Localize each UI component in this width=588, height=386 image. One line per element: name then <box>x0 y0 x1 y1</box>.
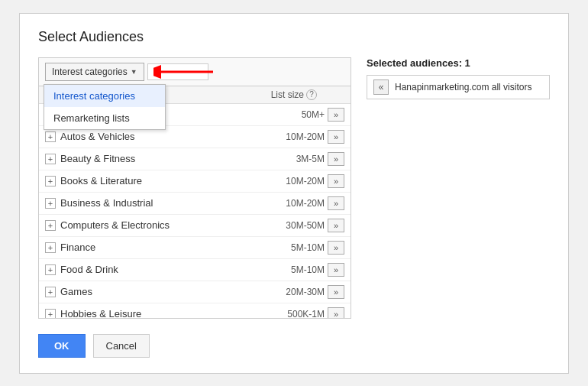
menu-item-interest[interactable]: Interest categories <box>44 85 165 107</box>
cancel-button[interactable]: Cancel <box>93 334 150 358</box>
help-icon[interactable]: ? <box>306 89 317 100</box>
dropdown-arrow-icon: ▼ <box>131 68 137 76</box>
category-size: 20M-30M <box>267 287 328 297</box>
category-name: Computers & Electronics <box>60 219 267 231</box>
expand-icon[interactable]: + <box>45 176 56 187</box>
menu-item-remarketing[interactable]: Remarketing lists <box>44 107 165 129</box>
selected-item: « Hanapinmarketing.com all visitors <box>367 75 550 99</box>
category-name: Beauty & Fitness <box>60 153 267 164</box>
category-name: Hobbies & Leisure <box>60 308 267 318</box>
ok-button[interactable]: OK <box>38 334 86 358</box>
category-size: 10M-20M <box>267 198 328 209</box>
dropdown-label: Interest categories <box>52 66 128 77</box>
selected-header: Selected audiences: 1 <box>367 57 550 69</box>
add-category-button[interactable]: » <box>328 196 344 210</box>
expand-icon[interactable]: + <box>45 309 56 318</box>
category-name: Autos & Vehicles <box>60 131 267 142</box>
category-name: Food & Drink <box>60 264 267 275</box>
footer: OK Cancel <box>38 334 550 358</box>
add-category-button[interactable]: » <box>328 241 344 255</box>
table-row: + Books & Literature 10M-20M » <box>39 170 351 193</box>
category-size: 10M-20M <box>267 131 328 142</box>
add-category-button[interactable]: » <box>328 152 344 166</box>
category-name: Finance <box>60 242 267 253</box>
table-row: + Food & Drink 5M-10M » <box>39 259 351 281</box>
expand-icon[interactable]: + <box>45 287 56 297</box>
category-size: 30M-50M <box>267 220 328 231</box>
category-name: Business & Industrial <box>60 197 267 209</box>
interest-categories-dropdown[interactable]: Interest categories ▼ <box>45 63 144 81</box>
category-size: 5M-10M <box>267 242 328 253</box>
add-category-button[interactable]: » <box>328 130 344 144</box>
selected-item-label: Hanapinmarketing.com all visitors <box>395 82 531 92</box>
category-size: 500K-1M <box>267 309 328 318</box>
category-scroll[interactable]: + Arts & Entertainment 50M+ » + Autos & … <box>39 104 351 318</box>
table-row: + Finance 5M-10M » <box>39 237 351 259</box>
category-size: 3M-5M <box>267 154 328 164</box>
category-size: 10M-20M <box>267 176 328 187</box>
category-size: 50M+ <box>267 109 328 120</box>
add-category-button[interactable]: » <box>328 307 344 318</box>
add-category-button[interactable]: » <box>328 108 344 122</box>
add-category-button[interactable]: » <box>328 263 344 277</box>
table-row: + Beauty & Fitness 3M-5M » <box>39 148 351 170</box>
size-header: List size ? <box>271 89 317 100</box>
add-category-button[interactable]: » <box>328 219 344 232</box>
dropdown-bar: Interest categories ▼ Interest categorie… <box>39 58 351 86</box>
expand-icon[interactable]: + <box>45 154 56 164</box>
dropdown-menu: Interest categories Remarketing lists <box>44 84 166 130</box>
expand-icon[interactable]: + <box>45 242 56 253</box>
table-row: + Games 20M-30M » <box>39 281 351 303</box>
main-content: Interest categories ▼ Interest categorie… <box>38 57 550 319</box>
category-name: Games <box>60 286 267 297</box>
page-title: Select Audiences <box>38 29 550 45</box>
expand-icon[interactable]: + <box>45 264 56 275</box>
add-category-button[interactable]: » <box>328 285 344 299</box>
left-panel: Interest categories ▼ Interest categorie… <box>38 57 351 319</box>
table-row: + Computers & Electronics 30M-50M » <box>39 215 351 237</box>
table-row: + Hobbies & Leisure 500K-1M » <box>39 303 351 318</box>
dialog: Select Audiences Interest categories ▼ I… <box>19 13 569 374</box>
search-input[interactable] <box>147 63 208 80</box>
add-category-button[interactable]: » <box>328 174 344 188</box>
category-name: Books & Literature <box>60 175 267 187</box>
expand-icon[interactable]: + <box>45 198 56 209</box>
right-panel: Selected audiences: 1 « Hanapinmarketing… <box>367 57 550 319</box>
search-wrap <box>147 63 344 80</box>
remove-button[interactable]: « <box>373 79 389 95</box>
category-size: 5M-10M <box>267 264 328 275</box>
table-row: + Business & Industrial 10M-20M » <box>39 193 351 215</box>
expand-icon[interactable]: + <box>45 131 56 142</box>
expand-icon[interactable]: + <box>45 220 56 231</box>
